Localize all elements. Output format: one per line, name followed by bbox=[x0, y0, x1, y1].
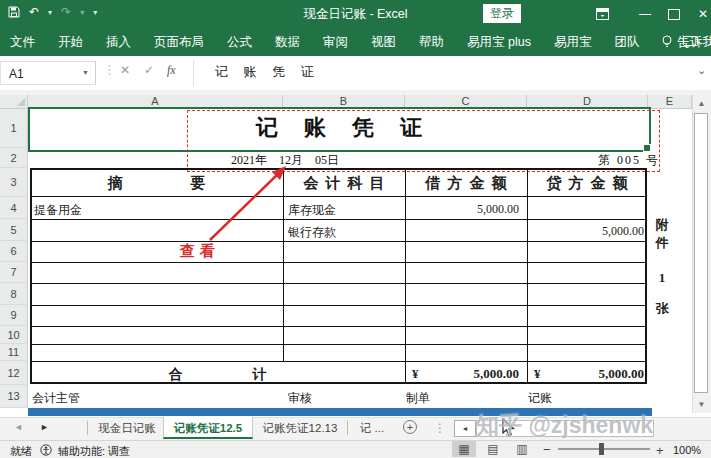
ribbon-display-options-icon[interactable] bbox=[596, 8, 609, 20]
table-line bbox=[30, 262, 647, 263]
sheet-tab-truncated[interactable]: 记 ... bbox=[351, 417, 393, 439]
scroll-down-icon[interactable]: ▼ bbox=[692, 400, 711, 409]
sheet-nav-left-icon[interactable]: ◄ bbox=[14, 422, 23, 432]
tab-page-layout[interactable]: 页面布局 bbox=[154, 34, 204, 51]
signature-preparer: 制单 bbox=[406, 390, 430, 407]
view-page-break-button[interactable]: ▥ bbox=[510, 441, 534, 457]
table-line bbox=[30, 305, 647, 306]
sheet-tab-voucher-12-13[interactable]: 记账凭证12.13 bbox=[254, 417, 346, 439]
ribbon-tab-bar: 文件 开始 插入 页面布局 公式 数据 审阅 视图 帮助 易用宝 plus 易用… bbox=[0, 28, 711, 56]
table-line bbox=[405, 168, 406, 384]
header-debit: 借方金额 bbox=[405, 174, 527, 193]
title-bar: ↶▾ ↷▾ ▾ 现金日记账 - Excel 登录 — ✕ bbox=[0, 0, 711, 28]
zoom-out-button[interactable]: − bbox=[543, 442, 551, 457]
total-label: 合计 bbox=[30, 366, 405, 384]
view-normal-button[interactable]: ▦ bbox=[452, 441, 476, 457]
entry-summary[interactable]: 提备用金 bbox=[34, 202, 82, 219]
divider bbox=[347, 421, 348, 435]
accessibility-icon[interactable] bbox=[40, 444, 52, 456]
voucher-number: 第 005 号 bbox=[560, 152, 660, 169]
comment-icon[interactable] bbox=[683, 36, 698, 48]
row-header-13[interactable]: 13 bbox=[0, 385, 28, 408]
maximize-button[interactable] bbox=[668, 9, 680, 20]
attachment-count: 1 bbox=[652, 270, 672, 286]
zoom-level[interactable]: 100% bbox=[673, 444, 701, 456]
sheet-tab-cash-journal[interactable]: 现金日记账 bbox=[92, 417, 162, 439]
row-header-11[interactable]: 11 bbox=[0, 344, 28, 361]
annotation-arrow bbox=[200, 160, 300, 245]
row-header-8[interactable]: 8 bbox=[0, 283, 28, 305]
voucher-table-border bbox=[30, 168, 647, 384]
signature-bookkeeper: 记账 bbox=[528, 390, 552, 407]
row-header-4[interactable]: 4 bbox=[0, 197, 28, 219]
row-header-9[interactable]: 9 bbox=[0, 305, 28, 326]
lightbulb-icon bbox=[662, 35, 672, 49]
separator: ⋮ bbox=[103, 62, 116, 77]
sheet-tab-voucher-12-5[interactable]: 记账凭证12.5 bbox=[163, 417, 253, 439]
tab-view[interactable]: 视图 bbox=[371, 34, 396, 51]
tab-review[interactable]: 审阅 bbox=[323, 34, 348, 51]
row-header-5[interactable]: 5 bbox=[0, 219, 28, 241]
table-line bbox=[30, 326, 647, 327]
zoom-slider-track[interactable] bbox=[558, 448, 650, 450]
tab-insert[interactable]: 插入 bbox=[106, 34, 131, 51]
row-header-7[interactable]: 7 bbox=[0, 262, 28, 283]
column-header-e[interactable]: E bbox=[648, 95, 692, 109]
tab-yyb-plus[interactable]: 易用宝 plus bbox=[467, 34, 531, 51]
voucher-title: 记账凭证 bbox=[30, 113, 648, 143]
table-line bbox=[30, 344, 647, 345]
divider bbox=[87, 421, 88, 435]
view-page-layout-button[interactable]: ▤ bbox=[481, 441, 505, 457]
header-credit: 贷方金额 bbox=[527, 174, 647, 193]
row-header-6[interactable]: 6 bbox=[0, 241, 28, 262]
attachment-label: 附 bbox=[652, 216, 672, 234]
close-button[interactable]: ✕ bbox=[688, 0, 711, 28]
row-header-3[interactable]: 3 bbox=[0, 168, 28, 197]
signature-reviewer: 审核 bbox=[288, 390, 312, 407]
tab-help[interactable]: 帮助 bbox=[419, 34, 444, 51]
status-accessibility[interactable]: 辅助功能: 调查 bbox=[58, 444, 130, 458]
divider bbox=[193, 60, 194, 86]
select-all-button[interactable] bbox=[0, 95, 28, 109]
signin-button[interactable]: 登录 bbox=[483, 4, 521, 23]
formula-bar-expand-icon[interactable]: ⌄ bbox=[697, 64, 706, 77]
row-header-1[interactable]: 1 bbox=[0, 109, 28, 148]
vertical-scrollbar-thumb[interactable] bbox=[694, 113, 708, 393]
attachment-label: 件 bbox=[652, 234, 672, 252]
table-line bbox=[30, 361, 647, 362]
row-header-2[interactable]: 2 bbox=[0, 148, 28, 168]
name-box-dropdown-icon[interactable]: ▼ bbox=[82, 69, 89, 76]
tab-formulas[interactable]: 公式 bbox=[227, 34, 252, 51]
table-line bbox=[30, 196, 647, 197]
name-box-value: A1 bbox=[9, 67, 24, 81]
cancel-formula-icon[interactable]: ✕ bbox=[120, 63, 130, 77]
tab-team[interactable]: 团队 bbox=[614, 34, 639, 51]
status-ready: 就绪 bbox=[10, 444, 32, 458]
formula-input[interactable]: 记 账 凭 证 bbox=[215, 63, 320, 81]
entry-debit[interactable]: 5,000.00 bbox=[405, 202, 519, 217]
hscroll-left-button[interactable]: ◄ bbox=[454, 420, 476, 437]
sheet-nav-right-icon[interactable]: ► bbox=[40, 422, 49, 432]
zoom-slider-thumb[interactable] bbox=[599, 443, 604, 455]
confirm-formula-icon[interactable]: ✓ bbox=[144, 63, 154, 77]
tab-file[interactable]: 文件 bbox=[10, 34, 35, 51]
scroll-up-icon[interactable]: ▲ bbox=[692, 99, 711, 108]
row-header-12[interactable]: 12 bbox=[0, 361, 28, 385]
minimize-button[interactable]: — bbox=[630, 0, 660, 28]
table-line bbox=[30, 241, 647, 242]
insert-function-icon[interactable]: fx bbox=[167, 63, 176, 78]
total-credit: 5,000.00 bbox=[527, 366, 644, 382]
tab-home[interactable]: 开始 bbox=[58, 34, 83, 51]
more-icon: ⋮ bbox=[434, 421, 446, 435]
tab-yyb[interactable]: 易用宝 bbox=[554, 34, 592, 51]
row-header-10[interactable]: 10 bbox=[0, 326, 28, 344]
table-line bbox=[527, 168, 528, 384]
signature-accounting-supervisor: 会计主管 bbox=[32, 390, 80, 407]
watermark: 知乎 @zjshenwk bbox=[476, 410, 711, 441]
excel-window: ↶▾ ↷▾ ▾ 现金日记账 - Excel 登录 — ✕ 文件 开始 插入 页面… bbox=[0, 0, 711, 458]
new-sheet-button[interactable]: + bbox=[403, 420, 417, 434]
entry-credit[interactable]: 5,000.00 bbox=[527, 224, 644, 239]
tab-data[interactable]: 数据 bbox=[275, 34, 300, 51]
table-line bbox=[30, 219, 647, 220]
zoom-in-button[interactable]: + bbox=[656, 443, 664, 458]
